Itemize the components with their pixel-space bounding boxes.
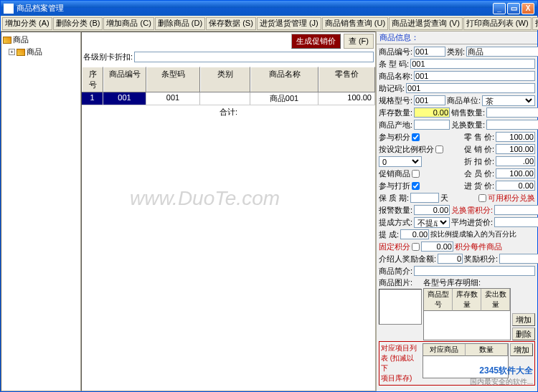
spec-label: 规格型号: [379,95,412,106]
close-button[interactable]: X [522,3,534,14]
cell-barcode[interactable]: 001 [146,92,200,105]
titlebar: 商品档案管理 _ ▭ X [1,1,537,16]
desc-input[interactable] [414,266,535,276]
tree-child[interactable]: 商品 [27,47,42,57]
member-input[interactable] [496,168,535,178]
mnemo-label: 助记码: [379,83,405,94]
promoprod-checkbox[interactable] [412,170,420,178]
window-title: 商品档案管理 [16,3,64,14]
category-tree[interactable]: 商品 +商品 [1,32,81,391]
image-box[interactable] [379,289,422,325]
purchase-return-button[interactable]: 进货退货管理 (J) [257,17,321,30]
cat-label: 类别: [447,47,465,57]
corr-col1: 对应商品 [423,344,466,356]
cat-input[interactable] [466,47,538,57]
saleqty-input[interactable] [486,107,538,118]
print-stock-button[interactable]: 打印库存 (N) [532,17,538,30]
bonus-note: 按比例提成输入的为百分比 [430,229,516,239]
unit-select[interactable]: 茶 [482,95,535,106]
col-seq[interactable]: 序号 [82,67,103,92]
avgcost-label: 平均进货价: [451,217,493,228]
col-cat[interactable]: 类别 [200,67,250,92]
grid-header: 序号 商品编号 条型码 类别 商品名称 零售价 [82,67,375,92]
promoprice-label: 促 销 价: [464,144,494,155]
fixedpts-checkbox[interactable] [412,243,420,251]
cost-label: 进 货 价: [464,181,494,191]
avgcost-input[interactable] [494,217,538,227]
del-spec-button[interactable]: 删除 [512,328,535,340]
cell-code[interactable]: 001 [103,92,146,105]
save-button[interactable]: 保存数据 (S) [206,17,256,30]
spec-input[interactable] [414,95,445,105]
ondisc-checkbox[interactable] [412,182,420,190]
col-barcode[interactable]: 条型码 [146,67,200,92]
stock-input[interactable] [414,107,450,118]
generate-promo-button[interactable]: 生成促销价 [291,34,341,49]
cost-input[interactable] [496,181,535,191]
discount-input[interactable] [134,52,374,62]
specstock-label: 各型号库存明细: [423,277,535,288]
cell-cat[interactable] [200,92,250,105]
bonus-label: 提 成: [379,229,399,240]
add-category-button[interactable]: 增加分类 (A) [2,17,52,30]
delete-category-button[interactable]: 删除分类 (B) [53,17,103,30]
add-corr-button[interactable]: 增加 [510,343,533,356]
barcode-label: 条 型 码: [379,59,409,70]
discount-input2[interactable] [496,156,535,166]
cell-seq[interactable]: 1 [82,92,103,105]
col-name[interactable]: 商品名称 [250,67,318,92]
ratio-select[interactable]: 0 [379,156,422,167]
cell-price[interactable]: 100.00 [318,92,375,105]
rewpts-label: 奖励积分: [464,254,498,264]
points-checkbox[interactable] [412,133,420,141]
fixedpts-input[interactable] [421,242,453,252]
fixedpts-label: 固定积分 [379,242,410,252]
expand-icon[interactable]: + [9,49,15,55]
purchase-return-query-button[interactable]: 商品进退货查询 (V) [389,17,463,30]
shelf-input[interactable] [410,193,439,203]
retail-input[interactable] [496,132,535,142]
ondisc-label: 参与打折 [379,181,410,191]
redeemqty-input[interactable] [486,120,538,130]
sales-query-button[interactable]: 商品销售查询 (U) [322,17,388,30]
tree-root[interactable]: 商品 [13,34,29,45]
bonusmode-label: 提成方式: [379,217,412,228]
print-list-button[interactable]: 打印商品列表 (W) [463,17,532,30]
redeempts-checkbox[interactable] [478,194,486,202]
origin-input[interactable] [414,120,450,130]
name-input[interactable] [414,71,535,81]
add-product-button[interactable]: 增加商品 (C) [103,17,154,30]
table-row[interactable]: 1 001 001 商品001 100.00 [82,92,375,105]
find-button[interactable]: 查 (F) [344,34,374,49]
cell-name[interactable]: 商品001 [250,92,318,105]
corr-label-1: 对应项目列 [381,343,421,353]
shelf-unit: 天 [440,193,448,204]
corr-col2: 数量 [466,344,508,356]
ptseach-label: 积分每件商品 [455,242,502,252]
alert-input[interactable] [414,205,450,215]
code-input[interactable] [414,47,445,57]
sg-col3: 卖出数量 [481,289,510,311]
promoprice-input[interactable] [496,144,535,154]
maximize-button[interactable]: ▭ [507,3,520,14]
bonus-input[interactable] [400,229,429,239]
add-spec-button[interactable]: 增加 [512,313,535,326]
rewpts-input[interactable] [499,254,538,264]
minimize-button[interactable]: _ [493,3,506,14]
ratio-label: 按设定比例积分 [379,144,434,155]
col-code[interactable]: 商品编号 [103,67,146,92]
code-label: 商品编号: [379,47,412,57]
redeemneed-input[interactable] [494,205,538,215]
barcode-input[interactable] [410,59,535,69]
bonusmode-select[interactable]: 不提成 [414,217,450,228]
sg-col2: 库存数量 [453,289,481,311]
redeempts-label: 可用积分兑换 [488,193,535,204]
refbonus-input[interactable] [438,254,463,264]
promoprod-label: 促销商品 [379,168,410,179]
origin-label: 商品产地: [379,120,412,130]
specstock-grid[interactable] [424,311,510,340]
delete-product-button[interactable]: 删除商品 (D) [155,17,205,30]
col-price[interactable]: 零售价 [318,67,375,92]
mnemo-input[interactable] [406,83,535,93]
ratio-checkbox[interactable] [435,145,443,153]
